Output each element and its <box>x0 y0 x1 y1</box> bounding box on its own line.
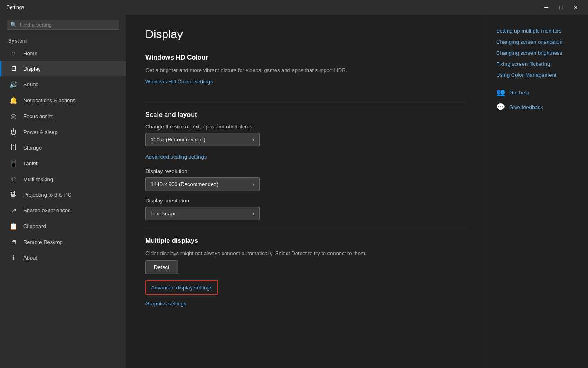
chevron-down-icon-2: ▾ <box>252 182 254 186</box>
shared-icon: ↗ <box>9 206 18 214</box>
sidebar-item-label: Power & sleep <box>23 129 58 135</box>
related-link-4[interactable]: Fixing screen flickering <box>496 61 578 67</box>
sidebar-item-label: Home <box>23 50 38 56</box>
search-box[interactable]: 🔍 <box>7 20 119 30</box>
search-input[interactable] <box>20 22 116 28</box>
sidebar-item-label: Shared experiences <box>23 207 71 213</box>
title-bar: Settings ─ □ ✕ <box>0 0 588 15</box>
sidebar-item-label: Clipboard <box>23 223 46 229</box>
remote-icon: 🖥 <box>9 238 18 246</box>
related-link-1[interactable]: Setting up multiple monitors <box>496 28 578 34</box>
about-icon: ℹ <box>9 254 18 262</box>
display-icon: 🖥 <box>9 65 18 72</box>
size-label: Change the size of text, apps and other … <box>145 123 466 130</box>
app-title: Settings <box>7 4 24 10</box>
sidebar-item-clipboard[interactable]: 📋 Clipboard <box>0 218 126 234</box>
sound-icon: 🔊 <box>9 81 18 88</box>
home-icon: ⌂ <box>9 49 18 57</box>
sidebar-item-display[interactable]: 🖥 Display <box>0 61 126 76</box>
related-link-3[interactable]: Changing screen brightness <box>496 50 578 56</box>
scale-title: Scale and layout <box>145 111 466 119</box>
hdr-section: Windows HD Colour Get a brighter and mor… <box>145 54 466 94</box>
sidebar-item-shared[interactable]: ↗ Shared experiences <box>0 202 126 218</box>
search-icon: 🔍 <box>10 22 17 28</box>
window-controls: ─ □ ✕ <box>541 3 581 12</box>
sidebar-item-remote[interactable]: 🖥 Remote Desktop <box>0 234 126 250</box>
size-dropdown-wrapper: 100% (Recommended) ▾ <box>145 133 466 146</box>
orientation-dropdown-wrapper: Landscape ▾ <box>145 207 466 220</box>
sidebar-item-label: Remote Desktop <box>23 239 63 245</box>
scaling-link[interactable]: Advanced scaling settings <box>145 154 207 160</box>
help-section: 👥 Get help 💬 Give feedback <box>496 88 578 112</box>
storage-icon: 🗄 <box>9 144 18 151</box>
advanced-display-link[interactable]: Advanced display settings <box>145 280 218 295</box>
sidebar-item-label: Tablet <box>23 160 38 166</box>
size-dropdown[interactable]: 100% (Recommended) ▾ <box>145 133 260 146</box>
focus-icon: ◎ <box>9 112 18 120</box>
scale-section: Scale and layout Change the size of text… <box>145 111 466 220</box>
resolution-label: Display resolution <box>145 168 466 174</box>
sidebar-item-label: About <box>23 255 37 261</box>
sidebar: 🔍 System ⌂ Home 🖥 Display 🔊 Sound 🔔 Noti… <box>0 15 126 368</box>
related-link-5[interactable]: Using Color Management <box>496 72 578 78</box>
sidebar-item-power[interactable]: ⏻ Power & sleep <box>0 124 126 140</box>
multiple-description: Older displays might not always connect … <box>145 249 466 258</box>
resolution-value: 588 × 368 (Recommended) <box>151 181 218 187</box>
main-content: Display Windows HD Colour Get a brighter… <box>126 15 486 368</box>
orientation-dropdown[interactable]: Landscape ▾ <box>145 207 260 220</box>
sidebar-item-focus[interactable]: ◎ Focus assist <box>0 108 126 124</box>
sidebar-item-notifications[interactable]: 🔔 Notifications & actions <box>0 92 126 108</box>
help-icon: 👥 <box>496 88 505 97</box>
divider-1 <box>145 103 466 103</box>
resolution-dropdown-wrapper: 588 × 368 (Recommended) ▾ <box>145 177 466 191</box>
hdr-link[interactable]: Windows HD Colour settings <box>145 79 213 85</box>
size-value: 100% (Recommended) <box>151 137 205 143</box>
close-button[interactable]: ✕ <box>570 3 581 12</box>
notifications-icon: 🔔 <box>9 96 18 104</box>
sidebar-item-multitasking[interactable]: ⧉ Multi-tasking <box>0 171 126 187</box>
sidebar-item-label: Sound <box>23 81 39 88</box>
sidebar-item-tablet[interactable]: 📱 Tablet <box>0 155 126 171</box>
sidebar-item-label: Storage <box>23 145 42 151</box>
sidebar-item-storage[interactable]: 🗄 Storage <box>0 140 126 155</box>
sidebar-item-label: Projecting to this PC <box>23 192 71 198</box>
maximize-button[interactable]: □ <box>555 3 567 12</box>
tablet-icon: 📱 <box>9 159 18 167</box>
get-help-label: Get help <box>509 90 529 96</box>
related-link-2[interactable]: Changing screen orientation <box>496 39 578 45</box>
power-icon: ⏻ <box>9 128 18 136</box>
give-feedback-label: Give feedback <box>509 104 543 110</box>
detect-button[interactable]: Detect <box>145 260 178 274</box>
sidebar-section-label: System <box>0 35 126 45</box>
app-body: 🔍 System ⌂ Home 🖥 Display 🔊 Sound 🔔 Noti… <box>0 15 588 368</box>
chevron-down-icon-3: ▾ <box>252 211 254 216</box>
sidebar-item-label: Multi-tasking <box>23 176 53 182</box>
give-feedback-action[interactable]: 💬 Give feedback <box>496 103 578 112</box>
orientation-value: Landscape <box>151 211 177 217</box>
get-help-action[interactable]: 👥 Get help <box>496 88 578 97</box>
resolution-dropdown[interactable]: 588 × 368 (Recommended) ▾ <box>145 177 260 191</box>
chevron-down-icon: ▾ <box>252 137 254 142</box>
right-panel: Setting up multiple monitors Changing sc… <box>486 15 588 368</box>
sidebar-item-label: Notifications & actions <box>23 97 76 103</box>
graphics-link[interactable]: Graphics settings <box>145 301 186 307</box>
hdr-title: Windows HD Colour <box>145 54 466 61</box>
projecting-icon: 📽 <box>9 191 18 198</box>
multiple-displays-section: Multiple displays Older displays might n… <box>145 237 466 315</box>
minimize-button[interactable]: ─ <box>541 3 552 12</box>
sidebar-item-projecting[interactable]: 📽 Projecting to this PC <box>0 187 126 202</box>
sidebar-item-label: Display <box>23 66 41 72</box>
multiple-title: Multiple displays <box>145 237 466 245</box>
feedback-icon: 💬 <box>496 103 505 112</box>
sidebar-item-sound[interactable]: 🔊 Sound <box>0 76 126 92</box>
sidebar-item-label: Focus assist <box>23 113 53 119</box>
sidebar-item-home[interactable]: ⌂ Home <box>0 45 126 61</box>
multitasking-icon: ⧉ <box>9 175 18 183</box>
page-title: Display <box>145 28 466 41</box>
clipboard-icon: 📋 <box>9 222 18 230</box>
orientation-label: Display orientation <box>145 197 466 204</box>
divider-2 <box>145 229 466 229</box>
sidebar-item-about[interactable]: ℹ About <box>0 250 126 266</box>
hdr-description: Get a brighter and more vibrant picture … <box>145 66 466 74</box>
